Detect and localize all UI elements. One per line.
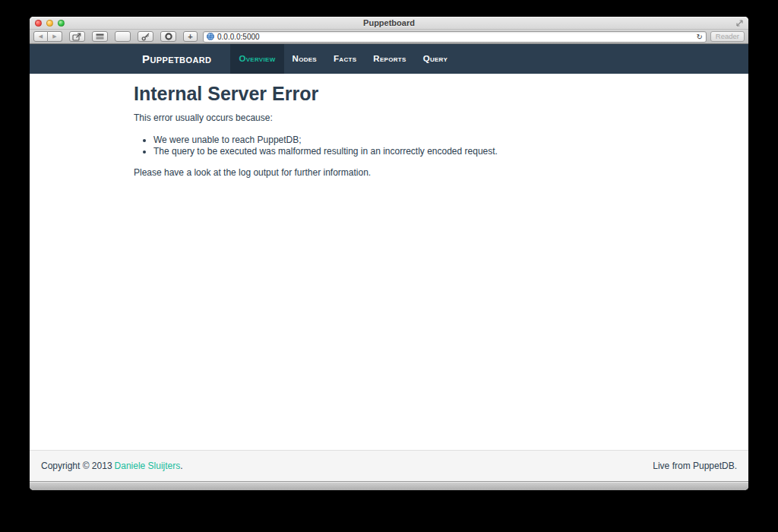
new-tab-button[interactable]: + bbox=[183, 31, 198, 42]
author-link[interactable]: Daniele Sluijters bbox=[115, 461, 181, 471]
forward-icon: ▶ bbox=[52, 34, 56, 40]
tab-overview[interactable]: Overview bbox=[230, 44, 283, 74]
nav-tabs: Overview Nodes Facts Reports Query bbox=[230, 44, 456, 74]
globe-favicon bbox=[207, 33, 214, 40]
brand-puppetboard[interactable]: Puppetboard bbox=[134, 44, 220, 74]
tab-facts[interactable]: Facts bbox=[325, 44, 365, 74]
page-content: Internal Server Error This error usually… bbox=[30, 74, 748, 450]
plus-icon: + bbox=[188, 32, 192, 41]
ring-icon bbox=[164, 32, 173, 41]
copyright-text: Copyright © 2013Daniele Sluijters. bbox=[41, 461, 183, 471]
page-footer: Copyright © 2013Daniele Sluijters. Live … bbox=[30, 450, 748, 481]
app-navbar: Puppetboard Overview Nodes Facts Reports… bbox=[30, 44, 748, 74]
url-input[interactable] bbox=[217, 32, 703, 42]
window-titlebar[interactable]: Puppetboard bbox=[30, 17, 748, 30]
key-icon bbox=[141, 33, 150, 41]
fullscreen-resize-icon[interactable] bbox=[735, 19, 744, 27]
error-reason-item: The query to be executed was malformed r… bbox=[153, 146, 666, 157]
password-key-button[interactable] bbox=[138, 31, 153, 42]
forward-button[interactable]: ▶ bbox=[48, 31, 62, 42]
back-icon: ◀ bbox=[39, 34, 43, 40]
share-icon bbox=[72, 33, 82, 41]
refresh-icon[interactable]: ↻ bbox=[696, 32, 702, 42]
tab-nodes[interactable]: Nodes bbox=[284, 44, 325, 74]
copyright-suffix: . bbox=[180, 461, 182, 471]
address-bar[interactable]: ↻ bbox=[203, 31, 707, 43]
blank-toolbar-button[interactable] bbox=[115, 31, 131, 42]
error-reason-item: We were unable to reach PuppetDB; bbox=[153, 135, 666, 146]
desktop-background: { "colors": { "navbar_bg": "#2c3e50", "a… bbox=[0, 0, 778, 532]
share-button[interactable] bbox=[69, 31, 85, 42]
reading-list-button[interactable] bbox=[92, 31, 108, 42]
extension-ring-button[interactable] bbox=[160, 31, 176, 42]
reader-button[interactable]: Reader bbox=[710, 31, 745, 42]
tab-query[interactable]: Query bbox=[415, 44, 456, 74]
error-container: Internal Server Error This error usually… bbox=[134, 74, 666, 179]
error-intro-text: This error usually occurs because: bbox=[134, 112, 666, 124]
error-outro-text: Please have a look at the log output for… bbox=[134, 167, 666, 179]
copyright-prefix: Copyright © 2013 bbox=[41, 461, 112, 471]
tab-reports[interactable]: Reports bbox=[365, 44, 414, 74]
browser-toolbar: ◀ ▶ bbox=[30, 30, 748, 44]
window-title: Puppetboard bbox=[30, 17, 748, 30]
page-title: Internal Server Error bbox=[134, 84, 666, 105]
window-statusbar[interactable] bbox=[30, 481, 748, 490]
error-reason-list: We were unable to reach PuppetDB; The qu… bbox=[134, 135, 666, 157]
browser-window: Puppetboard ◀ ▶ bbox=[30, 17, 748, 490]
back-button[interactable]: ◀ bbox=[33, 31, 48, 42]
live-from-puppetdb-text: Live from PuppetDB. bbox=[653, 461, 737, 471]
list-lines-icon bbox=[96, 33, 104, 40]
history-nav-group: ◀ ▶ bbox=[33, 31, 62, 42]
